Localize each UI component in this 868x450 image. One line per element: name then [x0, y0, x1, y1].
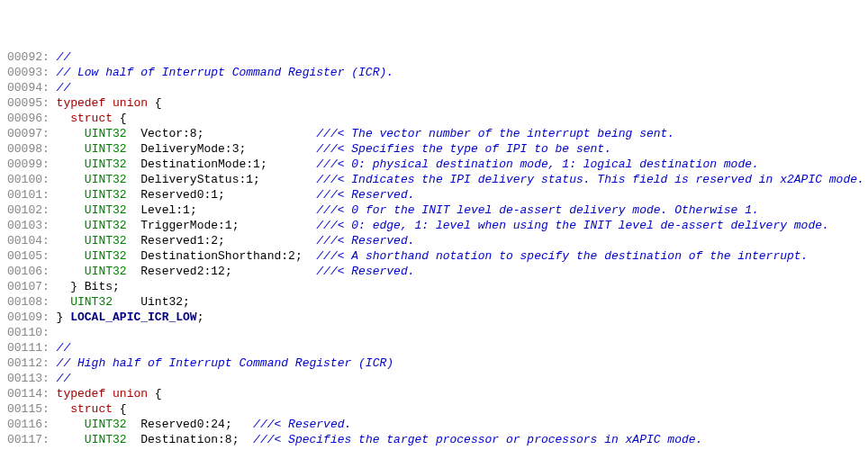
code-text: ; — [232, 433, 253, 446]
code-text: } Bits; — [57, 280, 120, 293]
code-text: 8 — [225, 433, 232, 446]
comment-text: ///< The vector number of the interrupt … — [316, 127, 674, 140]
line-number: 00115: — [7, 402, 57, 416]
code-text: Reserved2: — [127, 265, 212, 278]
code-text: ; — [197, 310, 204, 324]
line-number: 00097: — [7, 127, 57, 140]
code-line: 00094: // — [7, 80, 861, 95]
code-text: Vector: — [127, 127, 190, 140]
comment-text: ///< A shorthand notation to specify the… — [316, 249, 808, 263]
comment-text: // — [57, 50, 71, 64]
code-text: } — [57, 310, 71, 324]
line-number: 00096: — [7, 112, 57, 125]
code-text: ; — [225, 265, 316, 278]
code-text — [105, 96, 113, 110]
code-text: ; — [295, 249, 316, 263]
line-number: 00098: — [7, 142, 57, 156]
line-number: 00094: — [7, 81, 57, 94]
comment-text: // High half of Interrupt Command Regist… — [57, 356, 393, 370]
line-number: 00108: — [7, 295, 57, 309]
code-text: DestinationShorthand: — [127, 249, 288, 263]
line-number: 00114: — [7, 387, 57, 400]
code-line: 00104: UINT32 Reserved1:2; ///< Reserved… — [7, 233, 861, 248]
code-text — [57, 112, 71, 125]
type-name: UINT32 — [85, 188, 127, 202]
line-number: 00100: — [7, 173, 57, 186]
line-number: 00112: — [7, 356, 57, 370]
code-text: { — [113, 402, 127, 416]
code-line: 00102: UINT32 Level:1; ///< 0 for the IN… — [7, 202, 861, 218]
comment-text: ///< 0: physical destination mode, 1: lo… — [316, 158, 758, 171]
code-text: 1 — [253, 158, 260, 171]
code-text: 1 — [183, 203, 190, 217]
line-number: 00110: — [7, 326, 57, 339]
code-text — [57, 433, 85, 446]
code-line: 00105: UINT32 DestinationShorthand:2; //… — [7, 248, 861, 264]
line-number: 00101: — [7, 188, 57, 202]
code-text — [57, 203, 85, 217]
code-text: { — [148, 387, 162, 400]
line-number: 00104: — [7, 234, 57, 248]
code-text — [57, 249, 85, 263]
code-line: 00097: UINT32 Vector:8; ///< The vector … — [7, 126, 861, 141]
line-number: 00116: — [7, 418, 57, 431]
code-line: 00096: struct { — [7, 111, 861, 126]
line-number: 00107: — [7, 280, 57, 293]
keyword: typedef — [57, 96, 106, 110]
type-name: UINT32 — [70, 295, 113, 309]
code-text: ; — [197, 127, 317, 140]
code-line: 00095: typedef union { — [7, 95, 861, 111]
source-code-listing: 00092: //00093: // Low half of Interrupt… — [7, 50, 861, 450]
type-name: UINT32 — [85, 418, 127, 431]
line-number: 00106: — [7, 265, 57, 278]
line-number: 00113: — [7, 372, 57, 385]
code-line: 00092: // — [7, 50, 861, 65]
line-number: 00102: — [7, 203, 57, 217]
code-text: ; — [225, 418, 253, 431]
code-text: Uint32; — [113, 295, 190, 309]
code-line: 00115: struct { — [7, 401, 861, 417]
line-number: 00117: — [7, 433, 57, 446]
code-text: ; — [260, 158, 316, 171]
code-line: 00117: UINT32 Destination:8; ///< Specif… — [7, 432, 861, 447]
comment-text: // Low half of Interrupt Command Registe… — [57, 66, 393, 79]
code-line: 00108: UINT32 Uint32; — [7, 294, 861, 310]
comment-text: // — [57, 81, 71, 94]
typedef-name: LOCAL_APIC_ICR_LOW — [70, 310, 196, 324]
code-line: 00100: UINT32 DeliveryStatus:1; ///< Ind… — [7, 172, 861, 187]
comment-text: ///< 0: edge, 1: level when using the IN… — [316, 219, 829, 232]
code-text — [57, 234, 85, 248]
code-text: 2 — [288, 249, 295, 263]
code-text: DeliveryStatus: — [127, 173, 247, 186]
code-text — [57, 219, 85, 232]
code-text: 1 — [246, 173, 253, 186]
line-number: 00095: — [7, 96, 57, 110]
code-line: 00116: UINT32 Reserved0:24; ///< Reserve… — [7, 417, 861, 432]
code-text: 24 — [211, 418, 225, 431]
code-text: DestinationMode: — [127, 158, 253, 171]
code-line: 00112: // High half of Interrupt Command… — [7, 356, 861, 371]
keyword: typedef — [57, 387, 106, 400]
type-name: UINT32 — [85, 203, 127, 217]
code-line: 00109: } LOCAL_APIC_ICR_LOW; — [7, 310, 861, 325]
code-text: ; — [232, 219, 317, 232]
comment-text: ///< 0 for the INIT level de-assert deli… — [316, 203, 758, 217]
code-text — [57, 158, 85, 171]
type-name: UINT32 — [85, 433, 127, 446]
code-text: ; — [218, 234, 316, 248]
type-name: UINT32 — [85, 234, 127, 248]
line-number: 00103: — [7, 219, 57, 232]
code-text: Reserved1: — [127, 234, 212, 248]
code-text: 1 — [211, 188, 218, 202]
code-line: 00113: // — [7, 371, 861, 386]
code-line: 00110: — [7, 325, 861, 340]
keyword: struct — [70, 112, 113, 125]
comment-text: // — [57, 372, 71, 385]
code-text: ; — [253, 173, 316, 186]
code-line: 00098: UINT32 DeliveryMode:3; ///< Speci… — [7, 141, 861, 157]
code-text: Reserved0: — [127, 418, 212, 431]
code-text: 1 — [225, 219, 232, 232]
line-number: 00099: — [7, 158, 57, 171]
type-name: UINT32 — [85, 127, 127, 140]
code-text: DeliveryMode: — [127, 142, 232, 156]
